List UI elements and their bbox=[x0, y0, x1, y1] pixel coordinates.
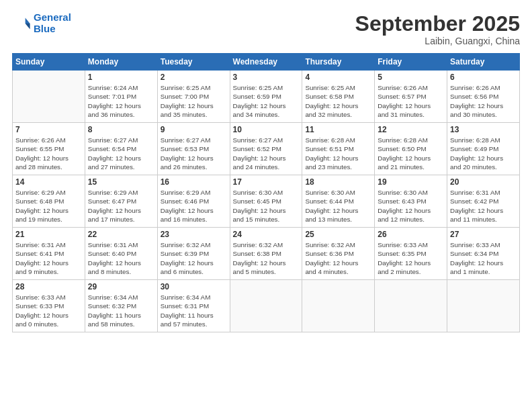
day-info: Sunrise: 6:33 AMSunset: 6:34 PMDaylight:… bbox=[450, 240, 517, 276]
day-number: 19 bbox=[378, 177, 444, 187]
day-number: 27 bbox=[450, 230, 517, 239]
day-number: 3 bbox=[233, 73, 300, 82]
day-info: Sunrise: 6:31 AMSunset: 6:41 PMDaylight:… bbox=[15, 240, 82, 276]
calendar-cell: 26Sunrise: 6:33 AMSunset: 6:35 PMDayligh… bbox=[375, 228, 447, 280]
day-number: 25 bbox=[305, 230, 371, 239]
calendar-cell: 11Sunrise: 6:28 AMSunset: 6:51 PMDayligh… bbox=[302, 123, 375, 175]
calendar-cell: 4Sunrise: 6:25 AMSunset: 6:58 PMDaylight… bbox=[302, 71, 375, 123]
weekday-header-sunday: Sunday bbox=[13, 54, 85, 71]
day-info: Sunrise: 6:25 AMSunset: 6:59 PMDaylight:… bbox=[233, 83, 300, 119]
day-info: Sunrise: 6:29 AMSunset: 6:48 PMDaylight:… bbox=[15, 188, 82, 224]
day-info: Sunrise: 6:32 AMSunset: 6:39 PMDaylight:… bbox=[161, 240, 227, 276]
calendar-cell: 30Sunrise: 6:34 AMSunset: 6:31 PMDayligh… bbox=[157, 280, 230, 332]
calendar-cell: 20Sunrise: 6:31 AMSunset: 6:42 PMDayligh… bbox=[447, 175, 520, 228]
day-info: Sunrise: 6:30 AMSunset: 6:44 PMDaylight:… bbox=[305, 188, 371, 224]
day-number: 26 bbox=[378, 230, 444, 239]
calendar-cell: 15Sunrise: 6:29 AMSunset: 6:47 PMDayligh… bbox=[85, 175, 157, 228]
weekday-header-tuesday: Tuesday bbox=[157, 54, 230, 71]
day-number: 1 bbox=[88, 73, 154, 82]
calendar-cell: 3Sunrise: 6:25 AMSunset: 6:59 PMDaylight… bbox=[230, 71, 302, 123]
calendar-cell: 18Sunrise: 6:30 AMSunset: 6:44 PMDayligh… bbox=[302, 175, 375, 228]
day-number: 14 bbox=[15, 177, 82, 187]
day-info: Sunrise: 6:24 AMSunset: 7:01 PMDaylight:… bbox=[88, 83, 154, 119]
calendar-cell: 2Sunrise: 6:25 AMSunset: 7:00 PMDaylight… bbox=[157, 71, 230, 123]
day-number: 10 bbox=[233, 125, 300, 134]
calendar-cell: 22Sunrise: 6:31 AMSunset: 6:40 PMDayligh… bbox=[85, 228, 157, 280]
day-info: Sunrise: 6:28 AMSunset: 6:50 PMDaylight:… bbox=[378, 136, 444, 171]
weekday-header-thursday: Thursday bbox=[302, 54, 375, 71]
weekday-header-wednesday: Wednesday bbox=[230, 54, 302, 71]
day-info: Sunrise: 6:25 AMSunset: 7:00 PMDaylight:… bbox=[161, 83, 227, 119]
day-number: 12 bbox=[378, 125, 444, 134]
day-info: Sunrise: 6:31 AMSunset: 6:40 PMDaylight:… bbox=[88, 240, 154, 276]
day-number: 21 bbox=[15, 230, 82, 239]
week-row-2: 7Sunrise: 6:26 AMSunset: 6:55 PMDaylight… bbox=[13, 123, 520, 175]
calendar-cell: 13Sunrise: 6:28 AMSunset: 6:49 PMDayligh… bbox=[447, 123, 520, 175]
day-number: 6 bbox=[450, 73, 517, 82]
weekday-header-friday: Friday bbox=[375, 54, 447, 71]
week-row-3: 14Sunrise: 6:29 AMSunset: 6:48 PMDayligh… bbox=[13, 175, 520, 228]
calendar-cell bbox=[13, 71, 85, 123]
day-number: 13 bbox=[450, 125, 517, 134]
calendar-cell: 1Sunrise: 6:24 AMSunset: 7:01 PMDaylight… bbox=[85, 71, 157, 123]
day-number: 15 bbox=[88, 177, 154, 187]
calendar-cell: 23Sunrise: 6:32 AMSunset: 6:39 PMDayligh… bbox=[157, 228, 230, 280]
day-info: Sunrise: 6:26 AMSunset: 6:56 PMDaylight:… bbox=[450, 83, 517, 119]
day-info: Sunrise: 6:34 AMSunset: 6:31 PMDaylight:… bbox=[161, 293, 227, 328]
day-info: Sunrise: 6:27 AMSunset: 6:52 PMDaylight:… bbox=[233, 136, 300, 171]
day-number: 20 bbox=[450, 177, 517, 187]
logo-icon bbox=[12, 14, 31, 33]
calendar-cell: 21Sunrise: 6:31 AMSunset: 6:41 PMDayligh… bbox=[13, 228, 85, 280]
day-info: Sunrise: 6:34 AMSunset: 6:32 PMDaylight:… bbox=[88, 293, 154, 328]
day-number: 9 bbox=[161, 125, 227, 134]
day-info: Sunrise: 6:28 AMSunset: 6:51 PMDaylight:… bbox=[305, 136, 371, 171]
main-title: September 2025 bbox=[355, 12, 520, 36]
calendar-cell: 12Sunrise: 6:28 AMSunset: 6:50 PMDayligh… bbox=[375, 123, 447, 175]
day-number: 2 bbox=[161, 73, 227, 82]
day-number: 23 bbox=[161, 230, 227, 239]
calendar-cell: 29Sunrise: 6:34 AMSunset: 6:32 PMDayligh… bbox=[85, 280, 157, 332]
week-row-5: 28Sunrise: 6:33 AMSunset: 6:33 PMDayligh… bbox=[13, 280, 520, 332]
logo-line2: Blue bbox=[34, 23, 56, 34]
day-number: 8 bbox=[88, 125, 154, 134]
calendar-cell: 25Sunrise: 6:32 AMSunset: 6:36 PMDayligh… bbox=[302, 228, 375, 280]
day-number: 7 bbox=[15, 125, 82, 134]
title-block: September 2025 Laibin, Guangxi, China bbox=[355, 12, 520, 46]
day-info: Sunrise: 6:26 AMSunset: 6:55 PMDaylight:… bbox=[15, 136, 82, 171]
calendar-cell: 14Sunrise: 6:29 AMSunset: 6:48 PMDayligh… bbox=[13, 175, 85, 228]
day-info: Sunrise: 6:32 AMSunset: 6:36 PMDaylight:… bbox=[305, 240, 371, 276]
calendar-cell: 19Sunrise: 6:30 AMSunset: 6:43 PMDayligh… bbox=[375, 175, 447, 228]
day-info: Sunrise: 6:29 AMSunset: 6:47 PMDaylight:… bbox=[88, 188, 154, 224]
day-info: Sunrise: 6:26 AMSunset: 6:57 PMDaylight:… bbox=[378, 83, 444, 119]
day-number: 16 bbox=[161, 177, 227, 187]
calendar-cell bbox=[230, 280, 302, 332]
day-info: Sunrise: 6:30 AMSunset: 6:43 PMDaylight:… bbox=[378, 188, 444, 224]
day-info: Sunrise: 6:33 AMSunset: 6:35 PMDaylight:… bbox=[378, 240, 444, 276]
day-number: 18 bbox=[305, 177, 371, 187]
subtitle: Laibin, Guangxi, China bbox=[355, 36, 520, 46]
calendar-cell: 24Sunrise: 6:32 AMSunset: 6:38 PMDayligh… bbox=[230, 228, 302, 280]
calendar-cell: 8Sunrise: 6:27 AMSunset: 6:54 PMDaylight… bbox=[85, 123, 157, 175]
weekday-header-saturday: Saturday bbox=[447, 54, 520, 71]
week-row-4: 21Sunrise: 6:31 AMSunset: 6:41 PMDayligh… bbox=[13, 228, 520, 280]
calendar-cell: 7Sunrise: 6:26 AMSunset: 6:55 PMDaylight… bbox=[13, 123, 85, 175]
day-info: Sunrise: 6:27 AMSunset: 6:54 PMDaylight:… bbox=[88, 136, 154, 171]
day-number: 24 bbox=[233, 230, 300, 239]
calendar-cell: 17Sunrise: 6:30 AMSunset: 6:45 PMDayligh… bbox=[230, 175, 302, 228]
calendar-cell: 27Sunrise: 6:33 AMSunset: 6:34 PMDayligh… bbox=[447, 228, 520, 280]
day-number: 22 bbox=[88, 230, 154, 239]
svg-marker-0 bbox=[26, 17, 30, 23]
day-info: Sunrise: 6:28 AMSunset: 6:49 PMDaylight:… bbox=[450, 136, 517, 171]
weekday-header-row: SundayMondayTuesdayWednesdayThursdayFrid… bbox=[13, 54, 520, 71]
day-info: Sunrise: 6:32 AMSunset: 6:38 PMDaylight:… bbox=[233, 240, 300, 276]
day-info: Sunrise: 6:31 AMSunset: 6:42 PMDaylight:… bbox=[450, 188, 517, 224]
day-number: 11 bbox=[305, 125, 371, 134]
calendar-cell bbox=[447, 280, 520, 332]
weekday-header-monday: Monday bbox=[85, 54, 157, 71]
day-number: 4 bbox=[305, 73, 371, 82]
day-info: Sunrise: 6:25 AMSunset: 6:58 PMDaylight:… bbox=[305, 83, 371, 119]
day-info: Sunrise: 6:30 AMSunset: 6:45 PMDaylight:… bbox=[233, 188, 300, 224]
calendar-cell: 6Sunrise: 6:26 AMSunset: 6:56 PMDaylight… bbox=[447, 71, 520, 123]
day-number: 5 bbox=[378, 73, 444, 82]
day-number: 28 bbox=[15, 282, 82, 291]
